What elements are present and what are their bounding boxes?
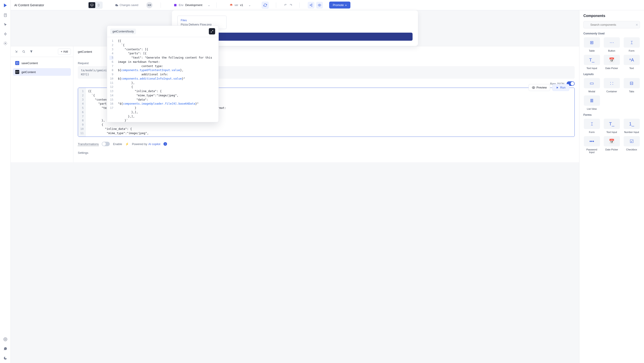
- share-button[interactable]: [308, 2, 314, 8]
- info-icon[interactable]: i: [164, 142, 167, 146]
- bolt-icon: ⚡: [125, 142, 129, 146]
- section-layouts: Layouts: [584, 73, 640, 76]
- redo-button[interactable]: ↷: [290, 3, 292, 7]
- sync-button[interactable]: [262, 1, 269, 9]
- version-selector[interactable]: ver v1 ⌄: [227, 2, 254, 8]
- action-item-getcontent[interactable]: REST getContent: [13, 68, 71, 76]
- chevron-right-icon: »: [345, 3, 346, 7]
- text-input-icon: T_: [604, 119, 620, 129]
- collapse-icon[interactable]: ⇲: [13, 48, 19, 55]
- eye-icon: [532, 86, 535, 89]
- chevron-down-icon: ⌄: [248, 3, 251, 7]
- layers-icon: [230, 3, 233, 7]
- preview-eye-button[interactable]: [316, 2, 323, 8]
- component-button[interactable]: ⋯Button: [603, 37, 620, 52]
- theme-icon[interactable]: [3, 356, 8, 360]
- editor-gutter: 1234567891011: [78, 88, 86, 137]
- components-panel: Components ✕ Commonly Used ⊞Table ⋯Butto…: [579, 10, 644, 363]
- form-icon: 𝙸: [624, 37, 640, 48]
- undo-button[interactable]: ↶: [284, 3, 287, 7]
- debug-icon[interactable]: [3, 32, 8, 36]
- component-date-picker-2[interactable]: 📅Date Picker: [603, 136, 620, 154]
- number-input-icon: 1_: [624, 119, 640, 129]
- save-status: Changes saved: [115, 3, 138, 7]
- rest-api-icon: REST: [15, 70, 19, 74]
- svg-point-8: [5, 43, 6, 44]
- preview-button[interactable]: Preview: [528, 84, 550, 91]
- component-form[interactable]: 𝙸Form: [623, 37, 640, 52]
- play-icon: [556, 86, 559, 89]
- section-commonly-used: Commonly Used: [584, 32, 640, 35]
- left-rail: [0, 0, 11, 363]
- component-table[interactable]: ⊞Table: [584, 37, 600, 52]
- transformations-label: Transformations: [78, 142, 98, 146]
- logo-icon[interactable]: [3, 3, 8, 8]
- component-text-input-2[interactable]: T_Text Input: [603, 119, 620, 133]
- svg-rect-24: [16, 62, 18, 64]
- component-password-input[interactable]: •••Password Input: [584, 136, 600, 154]
- env-icon: [174, 3, 177, 7]
- component-list-view[interactable]: ≣List View: [584, 95, 600, 110]
- svg-point-21: [533, 87, 534, 88]
- component-text-input[interactable]: T_Text Input: [584, 55, 600, 69]
- svg-point-9: [4, 338, 7, 341]
- svg-point-3: [5, 33, 6, 35]
- filter-icon[interactable]: [28, 48, 34, 55]
- topbar: AI Content Generator Changes saved KR En…: [11, 0, 644, 10]
- code-popup: getContent/body 123456789101112131415161…: [107, 25, 219, 122]
- svg-rect-11: [90, 4, 93, 5]
- component-container[interactable]: ⸬Container: [603, 78, 620, 93]
- cursor-icon[interactable]: [3, 22, 8, 27]
- component-text[interactable]: ᵃAText: [623, 55, 640, 69]
- svg-rect-13: [98, 4, 99, 6]
- popup-tab[interactable]: getContent/body: [110, 29, 136, 34]
- save-icon: [15, 61, 19, 65]
- chat-icon[interactable]: [3, 347, 8, 351]
- settings-icon[interactable]: [3, 41, 8, 46]
- component-tabs[interactable]: ⊟Tabs: [623, 78, 640, 93]
- text-icon: ᵃA: [624, 55, 640, 65]
- user-avatar[interactable]: KR: [146, 2, 152, 8]
- checkbox-icon: ☑: [624, 136, 640, 146]
- list-view-icon: ≣: [584, 95, 600, 106]
- expand-button[interactable]: [209, 28, 215, 35]
- cloud-icon: [115, 3, 118, 7]
- components-title: Components: [584, 14, 640, 18]
- page-icon[interactable]: [3, 13, 8, 17]
- settings-label: Settings: [78, 151, 575, 154]
- svg-point-17: [312, 5, 312, 6]
- popup-code[interactable]: {{ `{ "contents": [{ "parts": [{ "text":…: [116, 37, 218, 122]
- action-item-save[interactable]: saveContent: [13, 59, 71, 67]
- svg-point-22: [22, 50, 24, 52]
- svg-point-15: [312, 4, 312, 5]
- svg-line-23: [24, 52, 25, 53]
- section-forms: Forms: [584, 113, 640, 116]
- components-search-input[interactable]: [584, 21, 640, 28]
- svg-point-16: [310, 5, 311, 5]
- tabs-icon: ⊟: [624, 78, 640, 88]
- run-button[interactable]: Run: [552, 84, 569, 91]
- component-checkbox[interactable]: ☑Checkbox: [623, 136, 640, 154]
- add-action-button[interactable]: +Add: [58, 48, 71, 55]
- transformations-toggle[interactable]: [102, 142, 110, 146]
- modal-icon: ▭: [584, 78, 600, 88]
- support-icon[interactable]: [3, 337, 8, 342]
- button-icon: ⋯: [604, 37, 620, 48]
- promote-button[interactable]: Promote »: [329, 1, 350, 8]
- component-number-input[interactable]: 1_Number Input: [623, 119, 640, 133]
- component-modal[interactable]: ▭Modal: [584, 78, 600, 93]
- mobile-view-button[interactable]: [95, 2, 102, 8]
- component-form-2[interactable]: 𝙸Form: [584, 119, 600, 133]
- ai-copilot-link[interactable]: AI copilot: [148, 142, 160, 146]
- search-icon[interactable]: [20, 48, 27, 55]
- device-toggle: [88, 1, 103, 9]
- app-title: AI Content Generator: [14, 3, 44, 7]
- form-icon: 𝙸: [584, 119, 600, 129]
- desktop-view-button[interactable]: [88, 2, 95, 8]
- component-date-picker[interactable]: 📅Date Picker: [603, 55, 620, 69]
- svg-line-19: [310, 5, 312, 5]
- clear-icon[interactable]: ✕: [636, 23, 638, 26]
- svg-line-18: [310, 4, 312, 5]
- env-selector[interactable]: Env Development ⌄: [171, 2, 213, 8]
- chevron-down-icon: ⌄: [208, 3, 210, 7]
